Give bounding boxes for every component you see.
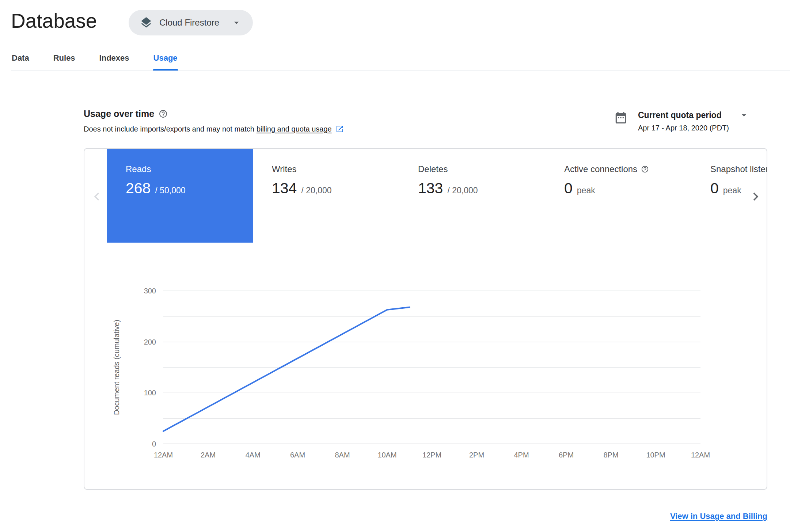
metric-quota: peak	[577, 186, 595, 195]
tab-indexes[interactable]: Indexes	[99, 49, 130, 71]
view-usage-billing-link[interactable]: View in Usage and Billing	[670, 512, 767, 521]
chevron-right-icon	[748, 189, 764, 205]
metric-tile-writes[interactable]: Writes 134 / 20,000	[253, 149, 399, 243]
metric-quota: / 20,000	[301, 186, 331, 195]
open-in-new-icon	[335, 125, 344, 133]
svg-text:6AM: 6AM	[290, 451, 305, 459]
metric-value: 0	[564, 180, 573, 196]
metrics-prev-button[interactable]	[89, 189, 105, 205]
metric-label: Snapshot listeners	[710, 164, 767, 174]
svg-text:Document reads (cumulative): Document reads (cumulative)	[113, 320, 121, 415]
tab-usage[interactable]: Usage	[153, 49, 178, 71]
svg-text:4PM: 4PM	[514, 451, 529, 459]
metric-quota: peak	[723, 186, 741, 195]
svg-text:2AM: 2AM	[201, 451, 216, 459]
svg-text:8PM: 8PM	[603, 451, 618, 459]
page-title: Database	[11, 9, 97, 33]
help-icon[interactable]	[159, 109, 168, 118]
arrow-drop-down-icon	[738, 110, 749, 121]
usage-over-time-title: Usage over time	[84, 109, 154, 119]
svg-text:300: 300	[144, 287, 156, 295]
svg-text:2PM: 2PM	[469, 451, 484, 459]
quota-period-label: Current quota period	[638, 110, 722, 120]
billing-quota-usage-link[interactable]: billing and quota usage	[257, 125, 332, 133]
metric-tile-deletes[interactable]: Deletes 133 / 20,000	[399, 149, 546, 243]
tab-data[interactable]: Data	[11, 49, 30, 71]
svg-text:200: 200	[144, 338, 156, 346]
svg-text:8AM: 8AM	[335, 451, 350, 459]
metric-label: Reads	[126, 164, 151, 174]
quota-period-range: Apr 17 - Apr 18, 2020 (PDT)	[638, 124, 749, 132]
svg-text:12PM: 12PM	[422, 451, 441, 459]
metric-tiles: Reads 268 / 50,000 Writes 134 / 20,000 D	[107, 149, 767, 243]
metric-quota: / 50,000	[155, 186, 185, 195]
metric-label: Writes	[272, 164, 297, 174]
metric-tile-reads[interactable]: Reads 268 / 50,000	[107, 149, 253, 243]
svg-text:100: 100	[144, 389, 156, 397]
svg-text:6PM: 6PM	[559, 451, 574, 459]
svg-text:12AM: 12AM	[691, 451, 710, 459]
tab-rules[interactable]: Rules	[53, 49, 76, 71]
svg-text:10AM: 10AM	[377, 451, 396, 459]
tab-divider	[11, 71, 790, 71]
product-selector-label: Cloud Firestore	[159, 18, 219, 28]
metric-label: Active connections	[564, 164, 637, 174]
product-selector[interactable]: Cloud Firestore	[129, 10, 253, 35]
metric-label: Deletes	[418, 164, 448, 174]
metric-value: 268	[126, 180, 151, 196]
svg-text:0: 0	[152, 440, 156, 448]
metric-value: 133	[418, 180, 443, 196]
usage-subtitle-text: Does not include imports/exports and may…	[84, 125, 254, 133]
usage-subtitle: Does not include imports/exports and may…	[84, 125, 344, 133]
metric-value: 0	[710, 180, 719, 196]
svg-text:4AM: 4AM	[245, 451, 260, 459]
calendar-icon	[614, 111, 628, 132]
metrics-next-button[interactable]	[748, 189, 764, 205]
chevron-left-icon	[89, 189, 105, 205]
metric-value: 134	[272, 180, 297, 196]
usage-card: Reads 268 / 50,000 Writes 134 / 20,000 D	[84, 148, 767, 490]
usage-section-header: Usage over time	[84, 109, 168, 119]
quota-period-selector[interactable]: Current quota period Apr 17 - Apr 18, 20…	[614, 110, 749, 132]
help-icon[interactable]	[641, 165, 649, 173]
metric-tile-active-connections[interactable]: Active connections 0 peak	[546, 149, 692, 243]
quota-period-texts: Current quota period Apr 17 - Apr 18, 20…	[638, 110, 749, 132]
tab-bar: Data Rules Indexes Usage	[11, 49, 178, 71]
metric-quota: / 20,000	[447, 186, 478, 195]
svg-text:10PM: 10PM	[646, 451, 665, 459]
firestore-usage-page: Database Cloud Firestore Data Rules Inde…	[0, 0, 790, 532]
svg-text:12AM: 12AM	[154, 451, 173, 459]
arrow-drop-down-icon	[231, 17, 242, 28]
firestore-icon	[140, 16, 153, 29]
